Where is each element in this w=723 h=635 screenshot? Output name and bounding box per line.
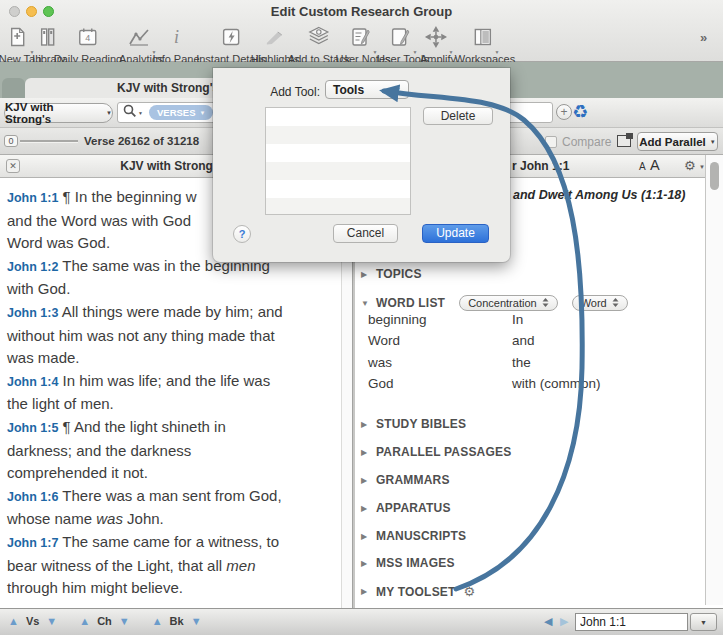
- delete-button[interactable]: Delete: [423, 107, 493, 125]
- chapter-down-button[interactable]: ▼: [119, 614, 130, 628]
- chevron-down-icon: ▼: [200, 110, 206, 116]
- word-list-sort-selector[interactable]: Concentration: [459, 295, 558, 311]
- verse-text: There was a man sent from God,: [58, 487, 281, 504]
- toolbar-button-workspaces[interactable]: ▼Workspaces: [455, 26, 515, 65]
- edit-custom-research-group-dialog: Add Tool: Tools ▼ Delete ? Cancel Update: [213, 68, 510, 262]
- chevron-down-icon[interactable]: ▼: [138, 110, 143, 116]
- scrollbar-thumb[interactable]: [710, 162, 719, 190]
- scope-pill-verses[interactable]: VERSES ▼: [149, 105, 214, 120]
- section-label: GRAMMARS: [376, 473, 450, 487]
- section-parallel-passages[interactable]: ▶PARALLEL PASSAGES: [361, 445, 511, 459]
- verse-slider[interactable]: [20, 140, 78, 143]
- book-nav-label: Bk: [170, 615, 184, 627]
- triangle-right-icon: ▶: [361, 559, 370, 568]
- section-my-toolset[interactable]: ▶MY TOOLSET⚙: [361, 584, 475, 599]
- verse-text: ¶ And the light shineth in: [58, 418, 225, 435]
- tool-list-box[interactable]: [265, 107, 411, 215]
- verse-reference[interactable]: John 1:6: [7, 490, 58, 504]
- decrease-text-size-button[interactable]: A: [639, 161, 646, 172]
- section-mss-images[interactable]: ▶MSS IMAGES: [361, 556, 455, 570]
- research-pane-scrollbar[interactable]: [705, 155, 723, 605]
- add-tool-label: Add Tool:: [238, 85, 320, 99]
- tab-stub[interactable]: [2, 78, 25, 98]
- research-pane-title-fragment: r John 1:1: [512, 159, 569, 173]
- gear-icon[interactable]: ⚙: [684, 158, 696, 173]
- history-back-button[interactable]: ◀: [544, 615, 552, 628]
- verse-reference[interactable]: John 1:3: [7, 306, 58, 320]
- verse-reference[interactable]: John 1:5: [7, 421, 58, 435]
- book-up-button[interactable]: ▲: [152, 614, 163, 628]
- section-study-bibles[interactable]: ▶STUDY BIBLES: [361, 417, 466, 431]
- verse-position-text: Verse 26162 of 31218: [84, 135, 199, 147]
- history-forward-button[interactable]: ▶: [560, 615, 568, 628]
- bible-text-line: through him might believe.: [7, 577, 341, 600]
- display-selector-value: Word: [581, 297, 607, 309]
- section-label: TOPICS: [376, 267, 422, 281]
- help-button[interactable]: ?: [233, 225, 251, 243]
- cancel-button[interactable]: Cancel: [333, 224, 398, 243]
- verse-reference[interactable]: John 1:7: [7, 536, 58, 550]
- tool-type-value: Tools: [333, 83, 364, 97]
- chapter-up-button[interactable]: ▲: [79, 614, 90, 628]
- reference-dropdown-button[interactable]: ▼: [690, 613, 717, 631]
- tool-type-dropdown[interactable]: Tools ▼: [325, 80, 409, 99]
- word-list-term: God: [368, 376, 394, 391]
- compare-checkbox[interactable]: [545, 136, 557, 148]
- section-word-list[interactable]: ▼WORD LISTConcentrationWord: [361, 295, 628, 311]
- toolbar-button-daily-reading[interactable]: 4Daily Reading: [54, 26, 122, 65]
- verse-reference-input[interactable]: [575, 613, 688, 631]
- word-list-value: the: [512, 355, 531, 370]
- my-toolset-gear-icon[interactable]: ⚙: [464, 584, 476, 599]
- bible-text-line: John 1:3 All things were made by him; an…: [7, 301, 341, 325]
- verse-text: was made.: [7, 349, 80, 366]
- research-recycle-icon[interactable]: ♻: [572, 101, 588, 123]
- svg-text:4: 4: [85, 33, 90, 43]
- active-tab-label: KJV with Strong's: [117, 81, 219, 95]
- verse-text: men: [226, 557, 255, 574]
- word-list-value: and: [512, 333, 535, 348]
- verse-up-button[interactable]: ▲: [8, 614, 19, 628]
- word-list-value: with (common): [512, 376, 601, 391]
- bible-text-line: was made.: [7, 347, 341, 370]
- section-topics[interactable]: ▶TOPICS: [361, 267, 422, 281]
- toolbar-overflow-chevron[interactable]: »: [700, 30, 706, 45]
- add-parallel-button[interactable]: Add Parallel ▼: [637, 132, 718, 151]
- split-pane-icon[interactable]: [617, 135, 631, 147]
- word-list-display-selector[interactable]: Word: [572, 295, 628, 311]
- verse-nav-label: Vs: [26, 615, 39, 627]
- verse-slider-value[interactable]: 0: [4, 135, 18, 147]
- up-down-arrows-icon: [612, 297, 619, 309]
- verse-reference[interactable]: John 1:1: [7, 191, 58, 205]
- verse-text: and the Word was with God: [7, 212, 191, 229]
- chevron-down-icon: ▼: [495, 49, 500, 55]
- increase-text-size-button[interactable]: A: [650, 157, 660, 173]
- module-selector[interactable]: KJV with Strong's ▼: [4, 103, 113, 123]
- verse-text: whose name: [7, 510, 96, 527]
- add-search-tab-button[interactable]: +: [556, 104, 572, 120]
- verse-reference[interactable]: John 1:4: [7, 375, 58, 389]
- toolbar-button-amplify[interactable]: ▼Amplify: [420, 26, 456, 65]
- chevron-down-icon: ▼: [395, 87, 401, 93]
- tool-list-row: [266, 180, 410, 198]
- toolbar-button-info-pane[interactable]: iInfo Pane: [152, 26, 199, 65]
- update-button[interactable]: Update: [422, 224, 489, 243]
- bible-text-line: bear witness of the Light, that all men: [7, 555, 341, 578]
- section-apparatus[interactable]: ▶APPARATUS: [361, 501, 451, 515]
- tool-list-row: [266, 198, 410, 215]
- bible-text-line: with God.: [7, 278, 341, 301]
- bible-text-line: without him was not any thing made that: [7, 325, 341, 348]
- verse-down-button[interactable]: ▼: [46, 614, 57, 628]
- triangle-right-icon: ▶: [361, 587, 370, 596]
- section-label: STUDY BIBLES: [376, 417, 466, 431]
- new-tab-icon: [7, 26, 29, 48]
- highlights-icon: [263, 26, 287, 48]
- book-down-button[interactable]: ▼: [191, 614, 202, 628]
- chapter-nav-label: Ch: [97, 615, 112, 627]
- chevron-down-icon: ▼: [710, 139, 716, 145]
- word-list-term: Word: [368, 333, 400, 348]
- verse-text: comprehended it not.: [7, 464, 148, 481]
- verse-reference[interactable]: John 1:2: [7, 260, 58, 274]
- section-grammars[interactable]: ▶GRAMMARS: [361, 473, 450, 487]
- section-manuscripts[interactable]: ▶MANUSCRIPTS: [361, 529, 466, 543]
- chevron-down-icon: ▼: [106, 110, 112, 116]
